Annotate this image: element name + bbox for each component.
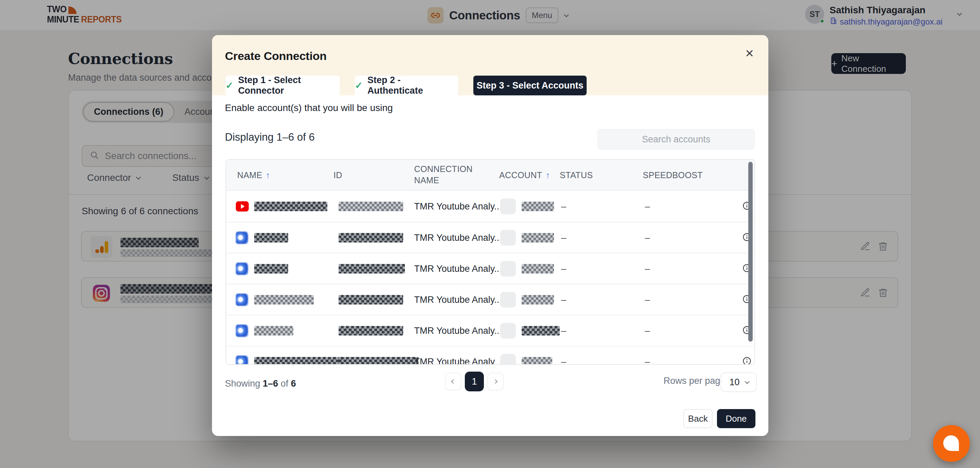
chat-bubble-icon [943,435,959,451]
redacted-account-id [339,357,418,365]
pagination-summary: Showing 1–6 of 6 [225,379,296,389]
pagination-range: 1–6 [263,379,278,389]
account-avatar [500,323,516,339]
redacted-account [522,326,560,335]
column-header-account[interactable]: ACCOUNT ↑ [499,170,550,180]
youtube-icon [236,201,249,211]
status-value: – [561,263,566,274]
connection-name: TMR Youtube Analy [414,356,495,365]
channel-avatar-icon [236,356,248,365]
redacted-account-name [254,326,293,335]
close-icon[interactable]: ✕ [745,48,754,59]
prev-page-button[interactable] [445,373,461,390]
connection-name: TMR Youtube Analy... [414,232,502,243]
modal-title: Create Connection [225,50,327,63]
rows-per-page-value: 10 [729,377,740,388]
current-page-button[interactable]: 1 [465,372,484,391]
step-2-label: Step 2 - Authenticate [368,75,458,96]
redacted-account-id [339,233,403,243]
scrollbar-thumb[interactable] [748,162,753,342]
column-header-name[interactable]: NAME ↑ [237,170,270,180]
pagination-total: 6 [291,379,296,389]
account-avatar [500,292,516,308]
table-row[interactable]: TMR Youtube Analy... – – [226,284,754,315]
table-row[interactable]: TMR Youtube Analy... – – [226,253,754,284]
search-accounts-box [598,129,755,150]
redacted-account-id [339,326,403,335]
check-icon: ✓ [355,80,363,91]
redacted-account-id [339,264,405,273]
check-icon: ✓ [226,80,234,91]
table-row[interactable]: TMR Youtube Analy... – – [226,191,754,222]
chat-launcher-button[interactable] [933,425,970,462]
connection-name: TMR Youtube Analy... [414,325,502,336]
connection-name: TMR Youtube Analy... [414,263,502,274]
speedboost-value: – [645,356,650,365]
channel-avatar-icon [236,294,248,306]
info-icon[interactable] [742,356,752,365]
account-avatar [500,198,516,214]
channel-avatar-icon [236,232,248,244]
column-header-connection-name[interactable]: CONNECTION NAME [414,163,472,187]
tab-step-1[interactable]: ✓ Step 1 - Select Connector [226,76,340,95]
column-header-status[interactable]: STATUS [560,170,593,180]
redacted-account [522,264,554,273]
speedboost-value: – [645,232,650,243]
table-row[interactable]: TMR Youtube Analy – – [226,346,754,365]
chevron-down-icon [744,379,749,384]
redacted-account [522,295,554,305]
chevron-left-icon [451,379,456,384]
table-row[interactable]: TMR Youtube Analy... – – [226,315,754,346]
enable-accounts-instruction: Enable account(s) that you will be using [225,102,393,113]
status-value: – [561,201,566,211]
redacted-account [522,233,554,243]
app-root: TWO MINUTE REPORTS Connections Menu ST [0,0,980,468]
redacted-account-id [339,202,403,211]
rows-per-page-select[interactable]: 10 [721,372,757,392]
column-header-speedboost[interactable]: SPEEDBOOST [643,170,703,180]
speedboost-value: – [645,294,650,305]
rows-per-page-label: Rows per page [663,376,725,386]
redacted-account-name [254,233,288,243]
account-avatar [500,261,516,276]
displaying-count: Displaying 1–6 of 6 [225,131,315,144]
sort-asc-icon: ↑ [266,170,270,180]
done-button[interactable]: Done [717,409,756,428]
redacted-account-name [254,264,288,273]
status-value: – [561,232,566,243]
sort-asc-icon: ↑ [546,170,550,180]
connection-name: TMR Youtube Analy... [414,294,502,305]
redacted-account [522,357,552,365]
step-3-label: Step 3 - Select Accounts [476,80,583,91]
redacted-account-name [254,202,327,211]
connection-name: TMR Youtube Analy... [414,201,502,211]
redacted-account-id [339,295,403,305]
table-header: NAME ↑ ID CONNECTION NAME ACCOUNT ↑ STAT… [226,160,754,191]
tab-step-2[interactable]: ✓ Step 2 - Authenticate [355,76,458,95]
channel-avatar-icon [236,324,248,337]
speedboost-value: – [645,201,650,211]
status-value: – [561,294,566,305]
channel-avatar-icon [236,263,248,275]
redacted-account-name [254,295,314,305]
account-avatar [500,354,516,365]
chevron-right-icon [493,379,498,384]
create-connection-modal: Create Connection ✕ ✓ Step 1 - Select Co… [212,35,768,436]
status-value: – [561,356,566,365]
back-button[interactable]: Back [683,409,713,428]
status-value: – [561,325,566,336]
tab-step-3-active[interactable]: Step 3 - Select Accounts [473,76,587,95]
speedboost-value: – [645,325,650,336]
step-tabs: ✓ Step 1 - Select Connector ✓ Step 2 - A… [226,76,587,95]
accounts-table: NAME ↑ ID CONNECTION NAME ACCOUNT ↑ STAT… [226,159,755,365]
column-header-id[interactable]: ID [334,170,342,180]
next-page-button[interactable] [487,373,504,390]
search-accounts-input[interactable] [598,129,754,149]
account-avatar [500,230,516,246]
pagination-controls: 1 [445,372,504,391]
step-1-label: Step 1 - Select Connector [238,75,340,96]
redacted-account [522,202,554,211]
table-row[interactable]: TMR Youtube Analy... – – [226,222,754,253]
speedboost-value: – [645,263,650,274]
redacted-account-name [254,357,343,365]
